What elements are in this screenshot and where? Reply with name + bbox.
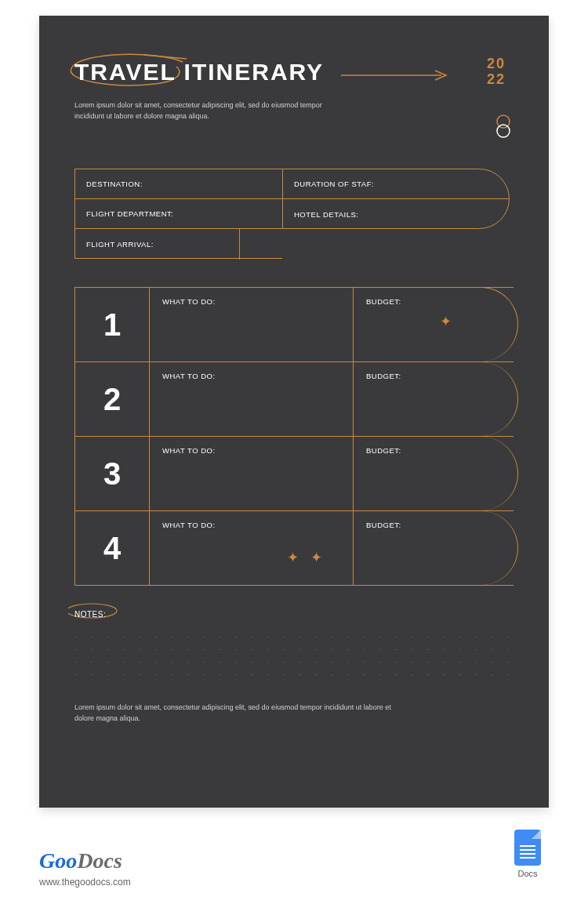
year-line2: 22 (487, 71, 506, 87)
notes-label: NOTES: (74, 610, 106, 619)
arrow-right-icon (341, 70, 451, 81)
flight-arrival-label: FLIGHT ARRIVAL: (75, 240, 154, 249)
cell-duration: DURATION OF STAF: (283, 169, 509, 199)
budget-label: BUDGET: (366, 372, 401, 380)
day-what-to-do: WHAT TO DO: (150, 437, 354, 510)
hotel-label: HOTEL DETAILS: (283, 210, 359, 219)
day-row: 1 WHAT TO DO: BUDGET: ✦ (75, 288, 514, 362)
cell-hotel: HOTEL DETAILS: (283, 199, 509, 229)
footer-text: Lorem ipsum dolor sit amet, consectetur … (74, 702, 412, 724)
sparkle-icon: ✦ (310, 549, 322, 566)
day-budget: BUDGET: (354, 437, 514, 510)
flight-department-label: FLIGHT DEPARTMENT: (75, 209, 173, 218)
info-left: DESTINATION: FLIGHT DEPARTMENT: FLIGHT A… (74, 169, 282, 259)
notes-section: NOTES: (74, 606, 514, 680)
cell-flight-arrival: FLIGHT ARRIVAL: (75, 229, 240, 259)
info-box: DESTINATION: FLIGHT DEPARTMENT: FLIGHT A… (74, 169, 514, 259)
template-page: TRAVEL ITINERARY 2022 Lorem ipsum dolor … (39, 16, 549, 808)
day-row: 3 WHAT TO DO: BUDGET: (75, 437, 514, 511)
day-what-to-do: WHAT TO DO: (150, 362, 354, 436)
dot-grid (74, 630, 514, 680)
cell-destination: DESTINATION: (75, 169, 282, 199)
year-line1: 20 (487, 56, 506, 71)
destination-label: DESTINATION: (75, 180, 143, 188)
rings-icon (493, 114, 514, 140)
goodocs-logo: GooDocs (39, 848, 122, 873)
day-number: 1 (75, 288, 150, 361)
intro-text: Lorem ipsum dolor sit amet, consectetur … (74, 100, 333, 122)
day-what-to-do: WHAT TO DO: (150, 288, 354, 361)
svg-point-2 (497, 125, 510, 137)
day-number: 2 (75, 362, 150, 436)
day-number: 3 (75, 437, 150, 510)
header: TRAVEL ITINERARY 2022 Lorem ipsum dolor … (74, 59, 514, 145)
day-row: 4 WHAT TO DO: ✦ ✦ BUDGET: (75, 511, 514, 586)
day-row: 2 WHAT TO DO: BUDGET: (75, 362, 514, 437)
budget-label: BUDGET: (366, 297, 401, 306)
info-right: DURATION OF STAF: HOTEL DETAILS: (282, 169, 510, 229)
duration-label: DURATION OF STAF: (283, 180, 374, 188)
google-docs-icon (514, 830, 541, 866)
brand-docs: Docs (77, 848, 122, 873)
day-budget: BUDGET: (354, 362, 514, 436)
what-to-do-label: WHAT TO DO: (162, 521, 216, 529)
google-docs-badge: Docs (514, 830, 541, 878)
days-table: 1 WHAT TO DO: BUDGET: ✦ 2 WHAT TO DO: BU… (74, 287, 514, 586)
sparkle-icon: ✦ (287, 549, 299, 566)
budget-label: BUDGET: (366, 446, 401, 455)
what-to-do-label: WHAT TO DO: (162, 446, 216, 455)
budget-label: BUDGET: (366, 521, 401, 529)
cell-flight-dept: FLIGHT DEPARTMENT: (75, 199, 282, 229)
what-to-do-label: WHAT TO DO: (162, 372, 216, 380)
day-budget: BUDGET: ✦ (354, 288, 514, 361)
page-title: TRAVEL ITINERARY (74, 59, 324, 85)
day-what-to-do: WHAT TO DO: ✦ ✦ (150, 511, 354, 585)
what-to-do-label: WHAT TO DO: (162, 297, 216, 306)
google-docs-label: Docs (514, 869, 541, 878)
brand-goo: Goo (39, 848, 77, 873)
brand-url: www.thegoodocs.com (39, 877, 131, 888)
year: 2022 (487, 56, 514, 87)
sparkle-icon: ✦ (440, 313, 452, 330)
day-number: 4 (75, 511, 150, 585)
day-budget: BUDGET: (354, 511, 514, 585)
